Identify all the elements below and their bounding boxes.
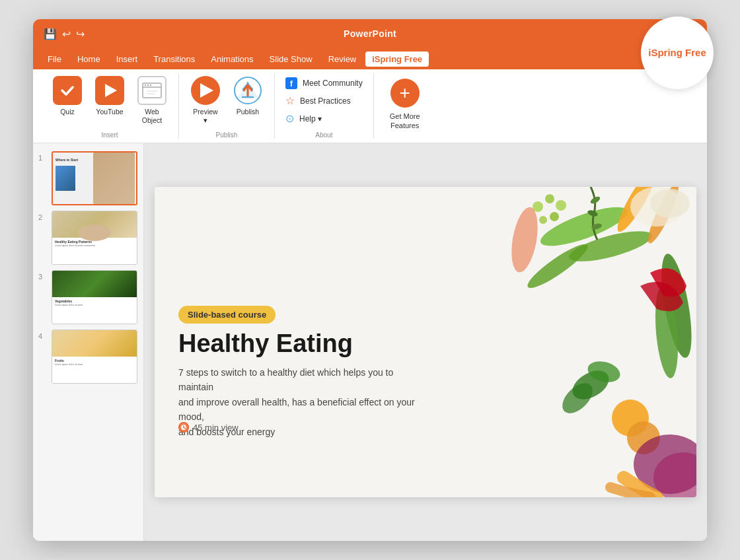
publish-button[interactable]: Publish [229, 73, 266, 119]
svg-point-16 [556, 200, 566, 211]
best-practices-label: Best Practices [300, 96, 351, 106]
slide1-title-text: Where to Start [56, 158, 78, 162]
svg-point-24 [650, 189, 690, 218]
time-text: 45 min view [193, 423, 239, 433]
window-title: PowerPoint [344, 28, 396, 39]
preview-icon [191, 76, 220, 105]
ispring-badge: iSpring Free [641, 17, 714, 89]
slide-thumb-1[interactable]: 1 Where to Start [33, 149, 143, 208]
get-more-label: Get MoreFeatures [390, 112, 420, 131]
menu-home[interactable]: Home [71, 52, 107, 67]
clock-icon [178, 422, 189, 433]
svg-point-3 [147, 85, 149, 86]
menu-file[interactable]: File [41, 52, 68, 67]
youtube-play-icon [105, 84, 117, 97]
about-group-label: About [315, 129, 332, 139]
help-button[interactable]: ⊙ Help ▾ [283, 111, 365, 126]
svg-point-17 [550, 212, 559, 221]
slide-time: 45 min view [178, 422, 239, 433]
canvas-area: Slide-based course Healthy Eating 7 step… [144, 143, 707, 541]
preview-label: Preview▾ [193, 108, 217, 124]
quiz-icon [53, 76, 82, 105]
app-window: 💾 ↩ ↪ PowerPoint — □ ✕ File Home Insert … [33, 19, 707, 541]
undo-icon[interactable]: ↩ [62, 28, 71, 40]
about-items: f Meet Community ☆ Best Practices ⊙ Help… [283, 73, 365, 129]
slide-img-3: Vegetables Lorem ipsum dolor sit amet [52, 270, 137, 324]
slide3-title: Vegetables [52, 297, 137, 304]
quiz-label: Quiz [60, 108, 75, 116]
facebook-icon: f [285, 77, 297, 89]
menu-review[interactable]: Review [322, 52, 363, 67]
slide-img-1: Where to Start [52, 151, 137, 205]
slide-thumb-2[interactable]: 2 Healthy Eating Patterns Lorem ipsum do… [33, 208, 143, 267]
quiz-button[interactable]: Quiz [49, 73, 86, 119]
web-object-label: WebObject [142, 108, 162, 124]
get-more-features-button[interactable]: + Get MoreFeatures [382, 73, 428, 136]
web-object-button[interactable]: WebObject [133, 73, 170, 127]
ispring-badge-label: iSpring Free [648, 47, 706, 59]
youtube-button[interactable]: YouTube [91, 73, 128, 119]
get-more-icon: + [390, 79, 420, 108]
preview-play-icon [200, 83, 213, 98]
slide-img-2: Healthy Eating Patterns Lorem ipsum dolo… [52, 211, 137, 265]
publish-label: Publish [237, 108, 259, 116]
insert-group-label: Insert [101, 129, 118, 139]
publish-items: Preview▾ [187, 73, 266, 129]
slide2-img-decoration [52, 211, 137, 238]
slide2-text: Lorem ipsum dolor sit amet consectetur [52, 244, 137, 248]
web-object-icon [137, 76, 166, 105]
menu-ispring[interactable]: iSpring Free [365, 52, 429, 67]
slide3-text: Lorem ipsum dolor sit amet [52, 304, 137, 307]
menu-insert[interactable]: Insert [110, 52, 145, 67]
slide-thumb-3[interactable]: 3 Vegetables Lorem ipsum dolor sit amet [33, 267, 143, 327]
web-object-svg [141, 80, 163, 101]
insert-items: Quiz YouTube [49, 73, 170, 129]
slide3-img-decoration [52, 271, 137, 297]
svg-point-4 [150, 85, 151, 86]
slide-num-3: 3 [38, 270, 48, 281]
slide-num-4: 4 [38, 330, 48, 340]
slide4-img-decoration [52, 330, 137, 357]
ribbon: Quiz YouTube [33, 69, 707, 143]
slide-canvas[interactable]: Slide-based course Healthy Eating 7 step… [155, 187, 696, 497]
vegetables-decoration [392, 187, 696, 497]
slide1-book-decoration [56, 166, 75, 191]
preview-button[interactable]: Preview▾ [187, 73, 224, 127]
svg-point-18 [539, 216, 547, 224]
svg-point-15 [545, 194, 554, 203]
menu-bar: File Home Insert Transitions Animations … [33, 48, 707, 69]
quiz-checkmark-svg [58, 81, 77, 100]
slide-num-2: 2 [38, 211, 48, 221]
svg-point-2 [145, 85, 146, 86]
slide1-person-decoration [93, 153, 135, 204]
slides-panel: 1 Where to Start 2 H [33, 143, 144, 541]
menu-animations[interactable]: Animations [204, 52, 260, 67]
slide-img-4: Fruits Lorem ipsum dolor sit amet [52, 330, 137, 384]
save-icon[interactable]: 💾 [44, 28, 57, 40]
youtube-label: YouTube [96, 108, 123, 116]
meet-community-label: Meet Community [303, 79, 363, 88]
help-icon: ⊙ [285, 112, 294, 125]
slide-num-1: 1 [38, 151, 48, 162]
ribbon-group-about: f Meet Community ☆ Best Practices ⊙ Help… [275, 73, 374, 139]
publish-svg [233, 76, 262, 105]
title-bar-left: 💾 ↩ ↪ [44, 28, 85, 40]
slide-thumb-4[interactable]: 4 Fruits Lorem ipsum dolor sit amet [33, 327, 143, 386]
slide-title: Healthy Eating [178, 330, 353, 358]
menu-transitions[interactable]: Transitions [147, 52, 202, 67]
slide4-title: Fruits [52, 357, 137, 363]
main-content: 1 Where to Start 2 H [33, 143, 707, 541]
star-icon: ☆ [285, 94, 295, 107]
redo-icon[interactable]: ↪ [76, 28, 85, 40]
slide-tag: Slide-based course [178, 306, 276, 324]
ribbon-group-insert: Quiz YouTube [41, 73, 179, 139]
best-practices-button[interactable]: ☆ Best Practices [283, 93, 365, 108]
youtube-icon [95, 76, 124, 105]
publish-group-label: Publish [216, 129, 238, 139]
meet-community-button[interactable]: f Meet Community [283, 76, 365, 90]
clock-svg [180, 423, 188, 431]
menu-slideshow[interactable]: Slide Show [263, 52, 319, 67]
publish-icon [233, 76, 262, 105]
ribbon-group-publish: Preview▾ [179, 73, 275, 139]
slide4-text: Lorem ipsum dolor sit amet [52, 363, 137, 366]
